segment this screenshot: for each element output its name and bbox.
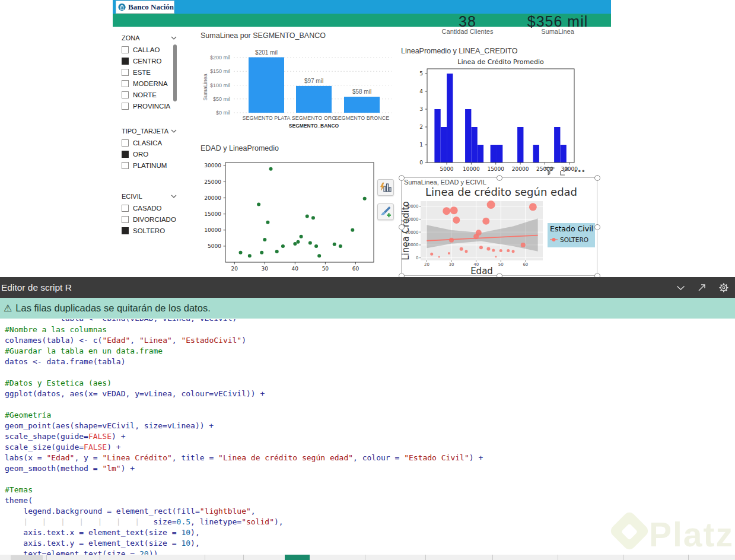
filter-header[interactable]: TIPO_TARJETA	[122, 126, 177, 135]
code-line[interactable]: legend.background = element_rect(fill="l…	[5, 506, 483, 517]
hist-bar[interactable]	[517, 127, 523, 163]
filter-item-moderna[interactable]: MODERNA	[122, 78, 179, 89]
checkbox-unchecked[interactable]	[122, 91, 129, 98]
scatter-point[interactable]	[308, 241, 312, 244]
zona-scrollbar[interactable]	[173, 44, 177, 101]
r-point[interactable]	[479, 246, 483, 249]
selection-handle[interactable]	[497, 175, 502, 181]
hist-bar[interactable]	[441, 127, 447, 163]
filter-item-clasica[interactable]: CLASICA	[122, 137, 179, 148]
bar-3[interactable]	[344, 97, 380, 113]
code-line[interactable]: | | | | | | | size=0.5, linetype="solid"…	[5, 517, 483, 527]
scatter-point[interactable]	[260, 251, 263, 254]
checkbox-unchecked[interactable]	[122, 162, 129, 169]
r-point[interactable]	[499, 249, 502, 252]
r-point[interactable]	[430, 253, 433, 256]
hist-bar[interactable]	[471, 127, 477, 163]
r-point[interactable]	[449, 238, 454, 243]
scatter-point[interactable]	[339, 244, 342, 248]
scatter-point[interactable]	[363, 197, 367, 201]
scatter-point[interactable]	[333, 243, 336, 246]
hist-bar[interactable]	[478, 145, 483, 163]
r-point[interactable]	[453, 217, 460, 224]
r-point[interactable]	[529, 203, 537, 211]
scatter-point[interactable]	[317, 254, 321, 257]
r-point[interactable]	[464, 250, 467, 253]
scatter-point[interactable]	[269, 167, 273, 171]
hist-bar[interactable]	[491, 145, 497, 163]
histogram-chart[interactable]: Linea de Crédito Promedio012345500010000…	[401, 56, 598, 174]
selection-handle[interactable]	[399, 175, 405, 181]
checkbox-unchecked[interactable]	[122, 103, 129, 110]
code-line[interactable]: #Geometría	[5, 410, 483, 421]
scatter-point[interactable]	[257, 202, 260, 206]
checkbox-unchecked[interactable]	[122, 216, 129, 223]
checkbox-unchecked[interactable]	[122, 139, 129, 147]
chevron-down-icon[interactable]	[171, 129, 177, 133]
bottom-scroll-strip[interactable]	[0, 555, 735, 560]
r-script-editor-titlebar[interactable]: Editor de script R	[0, 277, 735, 298]
code-line[interactable]: geom_point(aes(shape=vECivil, size=vLine…	[5, 421, 483, 431]
scroll-thumb-teal[interactable]	[285, 555, 310, 560]
hist-bar[interactable]	[560, 145, 566, 163]
r-point[interactable]	[460, 247, 463, 251]
code-line[interactable]: ggplot(datos, aes(x= vEDAD, y=vLinea, co…	[5, 389, 483, 399]
code-line[interactable]: tabla <- cbind(vEDAD, vLinea, vECivil)	[5, 319, 420, 324]
hist-bar[interactable]	[497, 145, 502, 163]
bar-1[interactable]	[249, 58, 284, 113]
checkbox-unchecked[interactable]	[122, 205, 129, 212]
scatter-point[interactable]	[248, 254, 252, 257]
code-line[interactable]: axis.text.y = element_text(size = 10),	[5, 538, 483, 549]
r-point[interactable]	[495, 256, 497, 257]
code-line[interactable]: #Nombre a las columnas	[5, 324, 483, 335]
r-code-area[interactable]: tabla <- cbind(vEDAD, vLinea, vECivil)#N…	[5, 319, 483, 559]
filter-item-provincia[interactable]: PROVINCIA	[122, 100, 179, 112]
r-point[interactable]	[487, 201, 495, 209]
checkbox-unchecked[interactable]	[122, 80, 129, 87]
filter-item-platinum[interactable]: PLATINUM	[122, 160, 179, 171]
code-line[interactable]: labs(x = "Edad", y = "Linea Crédito", ti…	[5, 453, 483, 463]
checkbox-unchecked[interactable]	[122, 69, 129, 76]
scatter-chart[interactable]: 500010000150002000025000300002030405060	[201, 155, 378, 274]
checkbox-unchecked[interactable]	[122, 46, 129, 53]
bar-2[interactable]	[296, 86, 332, 113]
scatter-point[interactable]	[266, 221, 269, 224]
analyze-visual-button[interactable]	[377, 179, 394, 196]
r-point[interactable]	[438, 256, 440, 257]
r-point[interactable]	[443, 207, 450, 215]
open-external-arrow-icon[interactable]	[697, 283, 707, 292]
collapse-chevron-icon[interactable]	[676, 285, 685, 291]
code-line[interactable]: scale_size(guide=FALSE) +	[5, 442, 483, 453]
scatter-point[interactable]	[300, 235, 303, 238]
filter-icon[interactable]: x	[545, 167, 555, 176]
bar-chart[interactable]: $0 mil$50 mil$100 mil$150 mil$200 milSum…	[201, 43, 396, 138]
filter-item-casado[interactable]: CASADO	[122, 202, 179, 214]
scatter-point[interactable]	[314, 244, 318, 248]
hist-bar[interactable]	[434, 109, 440, 163]
filter-item-oro[interactable]: ORO	[122, 148, 179, 160]
scatter-point[interactable]	[281, 244, 285, 248]
filter-item-este[interactable]: ESTE	[122, 66, 179, 78]
checkbox-checked[interactable]	[122, 151, 129, 158]
code-line[interactable]	[5, 367, 483, 378]
code-line[interactable]: #Datos y Estetica (aes)	[5, 378, 483, 389]
r-point[interactable]	[507, 249, 510, 252]
r-point[interactable]	[512, 250, 515, 253]
scatter-point[interactable]	[351, 228, 354, 232]
more-options-icon[interactable]: •••	[574, 168, 586, 174]
scatter-point[interactable]	[239, 251, 243, 254]
code-line[interactable]	[5, 474, 483, 485]
r-point[interactable]	[486, 247, 490, 250]
code-line[interactable]: geom_smooth(method = "lm") +	[5, 463, 483, 474]
selection-handle[interactable]	[399, 224, 405, 230]
code-line[interactable]: #Guardar la tabla en un data.frame	[5, 346, 483, 357]
hist-bar[interactable]	[465, 109, 471, 163]
selection-handle[interactable]	[594, 175, 600, 181]
code-line[interactable]: axis.text.x = element_text(size = 10),	[5, 527, 483, 538]
code-line[interactable]: theme(	[5, 495, 483, 506]
filter-header[interactable]: ZONA	[122, 33, 177, 42]
filter-item-divorciado[interactable]: DIVORCIADO	[122, 214, 179, 225]
hist-bar[interactable]	[533, 145, 539, 163]
format-visual-button[interactable]	[377, 203, 394, 220]
code-line[interactable]: datos <- data.frame(tabla)	[5, 357, 483, 367]
